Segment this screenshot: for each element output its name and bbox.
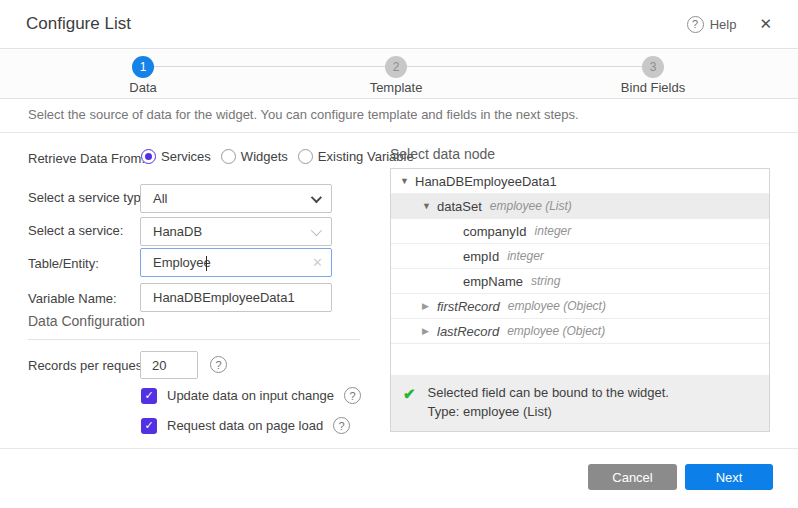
data-configuration-heading: Data Configuration (28, 313, 145, 329)
checkbox-checked-icon[interactable]: ✓ (141, 388, 157, 404)
service-type-value: All (153, 191, 167, 206)
table-entity-input[interactable] (141, 249, 331, 276)
variable-name-input[interactable] (141, 284, 331, 311)
dialog-title: Configure List (26, 14, 131, 34)
cancel-button[interactable]: Cancel (588, 464, 677, 490)
tree-node-variable-root[interactable]: ▼ HanaDBEmployeeData1 (391, 169, 769, 194)
records-help-icon[interactable]: ? (210, 356, 227, 373)
next-button[interactable]: Next (685, 464, 773, 490)
service-label: Select a service: (28, 223, 123, 238)
radio-services-icon (141, 149, 156, 164)
help-label: Help (710, 17, 737, 32)
radio-services[interactable]: Services (141, 149, 211, 164)
intro-text: Select the source of data for the widget… (28, 107, 579, 122)
tree-node-lastrecord[interactable]: ▶ lastRecord employee (Object) (391, 319, 769, 344)
close-icon[interactable]: ✕ (759, 15, 772, 33)
radio-widgets-icon (221, 149, 236, 164)
intro-divider (0, 132, 798, 133)
tree-node-name: empName (463, 274, 523, 289)
chevron-right-icon[interactable]: ▶ (422, 301, 437, 311)
radio-widgets[interactable]: Widgets (221, 149, 288, 164)
tree-node-type: employee (Object) (507, 324, 605, 338)
bind-message-line1: Selected field can be bound to the widge… (428, 385, 669, 400)
update-on-input-change-label: Update data on input change (167, 388, 334, 403)
select-data-node-heading: Select data node (390, 146, 495, 162)
tree-node-name: firstRecord (437, 299, 500, 314)
data-node-tree: ▼ HanaDBEmployeeData1 ▼ dataSet employee… (390, 168, 770, 432)
request-on-page-load-row: ✓ Request data on page load ? (141, 417, 350, 434)
service-select[interactable]: HanaDB (140, 217, 332, 246)
records-field-wrap (140, 351, 198, 379)
dialog-header: Configure List ? Help ✕ (0, 0, 798, 49)
request-on-page-load-help-icon[interactable]: ? (333, 417, 350, 434)
variable-name-label: Variable Name: (28, 291, 117, 306)
tree-empty-space (391, 344, 769, 375)
tree-node-type: integer (535, 224, 572, 238)
checkbox-checked-icon[interactable]: ✓ (141, 418, 157, 434)
records-per-request-label: Records per request: (28, 358, 149, 373)
chevron-down-icon (311, 224, 322, 235)
service-type-select[interactable]: All (140, 184, 332, 213)
chevron-right-icon[interactable]: ▶ (422, 326, 437, 336)
bind-status-message: ✔ Selected field can be bound to the wid… (391, 375, 769, 431)
success-check-icon: ✔ (403, 385, 416, 403)
tree-node-name: empId (463, 249, 499, 264)
tree-node-name: companyId (463, 224, 527, 239)
help-button[interactable]: ? Help (687, 16, 737, 33)
text-caret (206, 256, 207, 271)
chevron-down-icon (311, 191, 322, 202)
clear-icon[interactable]: ✕ (312, 255, 323, 270)
tree-node-name: lastRecord (437, 324, 499, 339)
request-on-page-load-label: Request data on page load (167, 418, 323, 433)
tree-node-type: employee (List) (490, 199, 572, 213)
table-entity-field-wrap: ✕ (140, 248, 332, 277)
radio-existing-variable-icon (298, 149, 313, 164)
tree-node-name: HanaDBEmployeeData1 (415, 174, 557, 189)
step-1-circle[interactable]: 1 (132, 56, 154, 78)
tree-node-type: string (531, 274, 560, 288)
tree-node-name: dataSet (437, 199, 482, 214)
tree-node-empid[interactable]: empId integer (391, 244, 769, 269)
tree-node-type: employee (Object) (508, 299, 606, 313)
section-divider (28, 339, 360, 340)
chevron-down-icon[interactable]: ▼ (400, 176, 415, 186)
update-on-input-change-row: ✓ Update data on input change ? (141, 387, 361, 404)
radio-widgets-label: Widgets (241, 149, 288, 164)
tree-node-empname[interactable]: empName string (391, 269, 769, 294)
wizard-stepper: 1 2 3 Data Template Bind Fields (0, 50, 798, 99)
service-type-label: Select a service type: (28, 190, 152, 205)
update-on-input-change-help-icon[interactable]: ? (344, 387, 361, 404)
variable-name-field-wrap (140, 283, 332, 312)
step-1-label: Data (129, 80, 156, 95)
step-3-circle[interactable]: 3 (642, 56, 664, 78)
tree-node-dataset[interactable]: ▼ dataSet employee (List) (391, 194, 769, 219)
step-2-circle[interactable]: 2 (385, 56, 407, 78)
chevron-down-icon[interactable]: ▼ (422, 201, 437, 211)
tree-node-firstrecord[interactable]: ▶ firstRecord employee (Object) (391, 294, 769, 319)
tree-node-type: integer (507, 249, 544, 263)
service-value: HanaDB (153, 224, 202, 239)
footer-divider (0, 448, 798, 449)
step-3-label: Bind Fields (621, 80, 685, 95)
help-icon: ? (687, 16, 704, 33)
table-entity-label: Table/Entity: (28, 256, 99, 271)
tree-node-companyid[interactable]: companyId integer (391, 219, 769, 244)
records-per-request-input[interactable] (141, 352, 197, 378)
radio-services-label: Services (161, 149, 211, 164)
bind-message-line2: Type: employee (List) (428, 404, 669, 419)
retrieve-data-from-label: Retrieve Data From: (28, 151, 145, 166)
retrieve-data-from-radios: Services Widgets Existing Variable (141, 149, 414, 164)
step-2-label: Template (370, 80, 423, 95)
